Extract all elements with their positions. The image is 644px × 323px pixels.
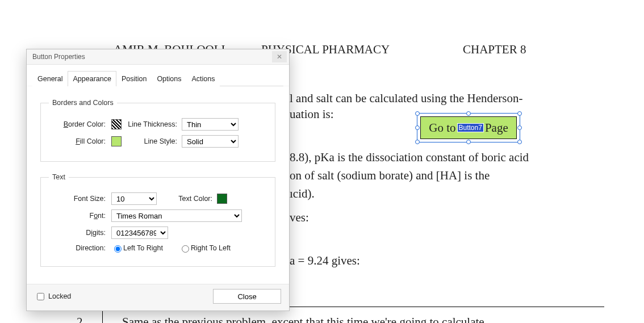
resize-handle-w[interactable] (415, 125, 420, 130)
label-text-color: Text Color: (160, 195, 217, 203)
close-button[interactable]: Close (213, 289, 281, 304)
doc-text: ıcid). (290, 184, 315, 204)
dialog-close-button[interactable]: ✕ (272, 51, 287, 62)
dialog-tabs: General Appearance Position Options Acti… (27, 64, 289, 86)
resize-handle-e[interactable] (517, 125, 522, 130)
label-digits: Digits: (49, 229, 111, 237)
resize-handle-sw[interactable] (415, 140, 420, 144)
group-legend-borders: Borders and Colors (49, 99, 117, 107)
dialog-title: Button Properties (32, 53, 85, 61)
doc-text: 8.8), pKa is the dissociation constant o… (290, 148, 529, 168)
digits-select[interactable]: 0123456789 (111, 226, 168, 239)
radio-rtl-input[interactable] (182, 245, 189, 253)
fill-color-swatch[interactable] (111, 136, 122, 146)
line-style-select[interactable]: Solid (182, 135, 239, 148)
label-direction: Direction: (49, 244, 111, 252)
resize-handle-s[interactable] (466, 140, 471, 144)
resize-handle-nw[interactable] (415, 111, 420, 116)
resize-handle-se[interactable] (517, 140, 522, 144)
close-icon: ✕ (277, 53, 282, 61)
tab-general[interactable]: General (32, 71, 68, 86)
doc-text: ves: (290, 208, 309, 228)
button-properties-dialog: Button Properties ✕ General Appearance P… (26, 49, 290, 311)
label-line-style: Line Style: (125, 137, 182, 145)
direction-ltr-radio[interactable]: Left To Right (111, 244, 163, 253)
locked-checkbox-label: Locked (48, 292, 71, 300)
font-select[interactable]: Times Roman (111, 209, 242, 222)
doc-text: a = 9.24 gives: (290, 251, 360, 271)
border-color-swatch[interactable] (111, 119, 122, 129)
label-font-size: Font Size: (49, 195, 111, 203)
group-text: Text Font Size: 10 Text Color: Font: Tim… (40, 173, 275, 267)
tab-appearance[interactable]: Appearance (68, 71, 116, 86)
locked-checkbox[interactable]: Locked (35, 291, 71, 302)
dialog-titlebar[interactable]: Button Properties ✕ (27, 49, 289, 64)
direction-rtl-radio[interactable]: Right To Left (179, 244, 231, 253)
tab-actions[interactable]: Actions (186, 71, 220, 86)
label-border-color: Border Color: (49, 120, 111, 128)
doc-text: Same as the previous problem, except tha… (122, 312, 484, 323)
label-fill-color: Fill Color: (49, 137, 111, 145)
doc-text: on of salt (sodium borate) and [HA] is t… (290, 166, 490, 186)
locked-checkbox-input[interactable] (37, 293, 44, 300)
doc-header-chapter: CHAPTER 8 (463, 43, 526, 57)
group-legend-text: Text (49, 173, 69, 181)
tab-position[interactable]: Position (116, 71, 152, 86)
label-font: Font: (49, 212, 111, 220)
dialog-body: Borders and Colors Border Color: Line Th… (27, 86, 289, 284)
resize-handle-ne[interactable] (517, 111, 522, 116)
selection-outline (417, 113, 520, 142)
text-color-swatch[interactable] (217, 194, 227, 204)
font-size-select[interactable]: 10 (111, 192, 157, 205)
radio-ltr-label: Left To Right (123, 244, 163, 252)
resize-handle-n[interactable] (466, 111, 471, 116)
tab-options[interactable]: Options (152, 71, 186, 86)
dialog-footer: Locked Close (27, 284, 289, 311)
list-number: 2. (77, 312, 86, 323)
radio-rtl-label: Right To Left (191, 244, 231, 252)
group-borders-colors: Borders and Colors Border Color: Line Th… (40, 99, 275, 162)
label-line-thickness: Line Thickness: (125, 120, 182, 128)
form-button-selected[interactable]: Go to Button7 Page (420, 116, 517, 139)
line-thickness-select[interactable]: Thin (182, 118, 239, 131)
doc-text: uation is: (290, 104, 334, 125)
radio-ltr-input[interactable] (114, 245, 122, 253)
